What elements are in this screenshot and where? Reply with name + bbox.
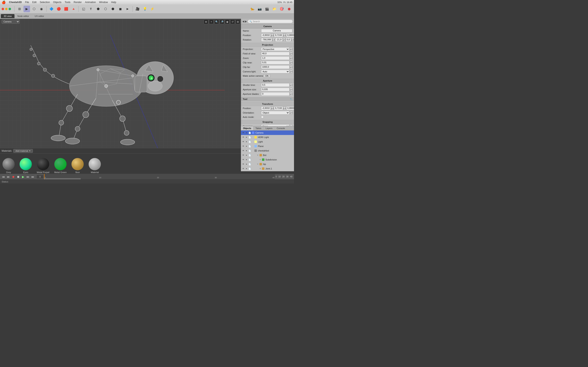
viewport-home-btn[interactable]: ⊕ [204,20,208,24]
obj-visibility-icon[interactable]: 👁 [242,145,245,148]
make-active-btn[interactable]: OK [263,74,270,77]
toolbar-rig-btn[interactable]: ► [124,6,131,12]
object-list-item[interactable]: 👁 ● 📄 ▼ Subdivision [241,157,294,162]
fov-field[interactable]: 40,0 [261,52,290,55]
obj-visibility-icon[interactable]: 👁 [242,149,245,152]
toolbar-text-btn[interactable]: T [87,6,94,12]
obj-folder-icon[interactable]: 📄 [248,131,251,134]
camera-rot-y-spinner[interactable]: ▲▼ [283,38,285,42]
material-ball[interactable]: Metal Purpel [37,158,49,174]
auto-mode-checkbox[interactable] [261,116,264,118]
toolbar-sym-btn[interactable]: ◼ [117,6,123,12]
viewport-orbit-btn[interactable]: ◉ [225,20,229,24]
tool-pos-x-spinner[interactable]: ▲▼ [271,106,274,110]
toolbar-assets-btn[interactable]: 📁 [271,6,278,12]
prop-search-bar[interactable]: 🔍 Search [248,20,293,23]
tool-pos-z[interactable]: 0,8883 [286,106,294,110]
toolbar-spline-btn[interactable]: ⬟ [95,6,102,12]
minimize-btn[interactable] [5,8,8,10]
timeline-track[interactable]: 0 10 20 30 40 [44,174,275,179]
toolbar-target-btn[interactable]: 🎯 [278,6,285,12]
material-ball[interactable]: floor [71,158,84,174]
obj-visibility-icon[interactable]: 👁 [242,131,245,134]
material-ball[interactable]: Eyes [20,158,32,174]
material-ball[interactable]: Grey [2,158,15,174]
obj-visibility-icon[interactable]: 👁 [242,163,245,166]
toolbar-cheetah-btn[interactable]: 🐆 [249,6,256,12]
toolbar-sphere-btn[interactable]: 🔴 [56,6,62,12]
menu-objects[interactable]: Objects [53,1,61,4]
tab-objects[interactable]: Objects [241,126,253,130]
obj-folder-icon[interactable]: 📄 [248,163,251,166]
toolbar-particle-btn[interactable]: ⚡ [149,6,156,12]
clip-near-spinner[interactable]: ▲▼ [290,61,292,64]
material-ball[interactable]: Metal Green [54,158,67,174]
zoom-field[interactable]: 1,0 [261,56,290,60]
orientation-select[interactable]: Object World Camera [261,111,290,115]
tl-last-btn[interactable]: ⏭ [31,175,35,179]
obj-folder-icon[interactable]: 📄 [248,154,251,157]
camera-rot-z[interactable]: 0,0 [286,38,291,42]
object-list-item[interactable]: 👁 ● 📄 ▼ Bot [241,153,294,157]
obj-folder-icon[interactable]: 📄 [248,136,251,139]
tl-prev-btn[interactable]: ⏭ [6,175,11,179]
aperture-size-field[interactable]: 0,035 [261,88,290,91]
object-list-item[interactable]: 👁 ● 📄 Plane [241,144,294,149]
camera-rot-z-spinner[interactable]: ▲▼ [291,38,294,42]
camera-light-select[interactable]: Auto On Off [261,70,290,73]
projection-spinner[interactable]: ▲▼ [290,47,292,51]
obj-visibility-icon[interactable]: 👁 [242,158,245,161]
aperture-blades-spinner[interactable]: ▲▼ [290,92,292,96]
object-list-item[interactable]: 👁 ● 📄 HDRI Light [241,135,294,140]
tool-pos-y[interactable]: 0,7193 [274,106,283,110]
material-ball[interactable]: Material [89,158,101,174]
shutter-field[interactable]: 0,5 [261,83,290,87]
prop-nav-left[interactable]: ◀ [242,20,244,23]
obj-lock-icon[interactable]: ● [245,149,248,152]
toolbar-light-btn[interactable]: 💡 [142,6,148,12]
obj-lock-icon[interactable]: ● [245,131,248,134]
obj-lock-icon[interactable]: ● [245,163,248,166]
toolbar-render-btn[interactable]: 📷 [256,6,263,12]
tl-first-btn[interactable]: ⏮ [1,175,6,179]
tab-3dview[interactable]: 3D view [1,14,15,18]
viewport-3d[interactable]: Camera Front Top Right Perspective ⊕ + 🔍… [0,19,241,166]
add-material-btn[interactable]: Add material ▼ [13,149,33,153]
obj-folder-icon[interactable]: 📄 [248,145,251,148]
tab-console[interactable]: Console [275,126,287,130]
menu-help[interactable]: Help [111,1,116,4]
obj-folder-icon[interactable]: 📄 [248,149,251,152]
clip-far-field[interactable]: 1000,0 [261,65,290,69]
obj-visibility-icon[interactable]: 👁 [242,154,245,157]
orientation-spinner[interactable]: ▲▼ [290,111,292,115]
timeline-frame-input[interactable] [36,175,44,179]
obj-lock-icon[interactable]: ● [245,167,248,170]
shutter-spinner[interactable]: ▲▼ [290,83,292,87]
obj-lock-icon[interactable]: ● [245,158,248,161]
obj-folder-icon[interactable]: 📄 [248,167,251,170]
toolbar-rotate-btn[interactable]: ⬡ [31,6,37,12]
object-list-item[interactable]: 👁 ● 📄 Light [241,140,294,144]
obj-lock-icon[interactable]: ● [245,140,248,143]
camera-rot-y[interactable]: -21,9 [275,38,282,42]
projection-select[interactable]: Perspective Orthographic [261,47,290,51]
toolbar-cone-btn[interactable]: 🔺 [70,6,77,12]
maximize-btn[interactable] [9,8,11,10]
camera-pos-x[interactable]: -0,9032 [261,33,271,37]
toolbar-anim-btn[interactable]: 🎬 [264,6,270,12]
menu-tools[interactable]: Tools [65,1,70,4]
menu-edit[interactable]: Edit [32,1,36,4]
obj-folder-icon[interactable]: 📄 [248,158,251,161]
toolbar-box-btn[interactable]: 🟥 [63,6,69,12]
object-list-item[interactable]: 👁 ● 📄 cheetahbot [241,149,294,153]
viewport-zoomin-btn[interactable]: 🔍 [214,20,219,24]
tab-layers[interactable]: Layers [264,126,275,130]
camera-pos-y-spinner[interactable]: ▲▼ [283,33,286,37]
camera-light-spinner[interactable]: ▲▼ [290,70,292,73]
viewport-add-btn[interactable]: + [209,20,214,24]
viewport-undo-btn[interactable]: ↺ [230,20,235,24]
obj-lock-icon[interactable]: ● [245,154,248,157]
tl-next-btn[interactable]: ⏭ [26,175,30,179]
camera-pos-z[interactable]: 0,8883 [286,33,294,37]
tl-record-btn[interactable]: ⏺ [11,175,16,179]
